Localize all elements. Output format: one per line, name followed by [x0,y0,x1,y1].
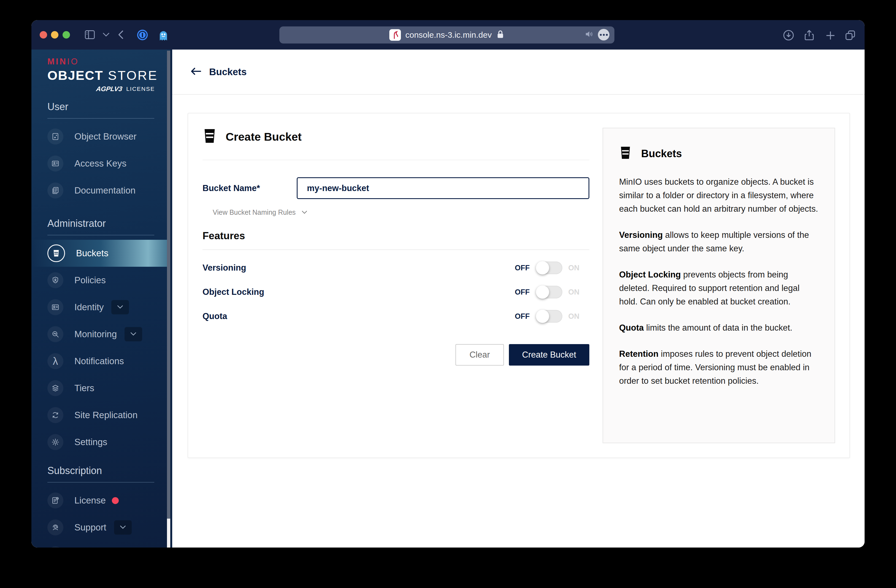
sidebar-item-license[interactable]: License [31,487,170,514]
sidebar-item-label: Object Browser [75,131,137,142]
naming-rules-label: View Bucket Naming Rules [213,208,296,216]
sidebar-item-access-keys[interactable]: Access Keys [31,150,170,177]
main-content: Buckets Create Bucket [172,50,865,547]
license-icon [47,492,63,509]
back-arrow-icon[interactable] [190,67,201,77]
minimize-window-button[interactable] [51,31,58,38]
chevron-down-icon[interactable] [114,520,132,535]
object-locking-row: Object Locking OFF ON [203,286,589,298]
create-bucket-button[interactable]: Create Bucket [509,344,589,366]
sidebar-item-label: Policies [75,275,106,286]
site-favicon [389,29,401,41]
sidebar-item-label: Monitoring [75,329,117,339]
sidebar-section-user: User [47,101,154,119]
scrollbar-track[interactable] [167,519,170,547]
page-more-options-button[interactable] [598,29,610,41]
downloads-icon[interactable] [782,29,795,41]
info-paragraph: Quota limits the amount of data in the b… [619,321,818,334]
sidebar-scrollbar[interactable] [167,50,170,547]
license-alert-dot [112,497,119,504]
bucket-icon [203,128,217,146]
scrollbar-thumb[interactable] [167,51,170,519]
quota-toggle[interactable] [536,310,562,323]
hidden-item-icon [47,547,63,547]
sidebar-item-monitoring[interactable]: Monitoring [31,321,170,348]
chevron-down-icon [301,208,308,216]
sidebar-item-label: Settings [75,437,107,447]
sidebar-item-buckets[interactable]: Buckets [31,240,170,267]
versioning-toggle[interactable] [536,261,562,274]
info-paragraph: Object Locking prevents objects from bei… [619,268,818,308]
back-icon[interactable] [116,29,127,40]
sidebar-item-label: Support [75,522,106,533]
sidebar-item-partial[interactable] [31,541,170,547]
browser-toolbar: console.ns-3.ic.min.dev [31,20,865,50]
onepassword-extension-icon[interactable] [137,29,148,41]
sidebar-item-policies[interactable]: Policies [31,267,170,294]
on-label: ON [568,312,580,321]
sidebar-item-label: Notifications [75,356,124,366]
sidebar: MINIO OBJECT STORE AGPLV3LICENSE User [31,50,172,547]
sidebar-item-label: Documentation [75,185,136,196]
sidebar-item-documentation[interactable]: Documentation [31,177,170,204]
page-title[interactable]: Buckets [209,66,247,77]
versioning-row: Versioning OFF ON [203,261,589,274]
off-label: OFF [515,288,530,296]
card-title: Create Bucket [226,131,302,143]
documentation-icon [47,182,63,199]
info-panel: Buckets MinIO uses buckets to organize o… [603,128,835,443]
info-paragraph: MinIO uses buckets to organize objects. … [619,175,818,216]
sidebar-item-label: Access Keys [75,158,126,169]
share-icon[interactable] [803,29,815,41]
sidebar-item-notifications[interactable]: λ Notifications [31,348,170,375]
chevron-down-icon[interactable] [125,327,142,341]
chevron-down-icon[interactable] [111,300,129,315]
bucket-icon [619,145,632,162]
chevron-down-icon[interactable] [102,32,110,38]
audio-mute-icon[interactable] [585,30,594,40]
sidebar-item-site-replication[interactable]: Site Replication [31,402,170,428]
gear-icon [47,434,63,450]
quota-label: Quota [203,311,515,321]
naming-rules-toggle[interactable]: View Bucket Naming Rules [213,208,589,216]
tab-overview-icon[interactable] [844,29,856,41]
page-header: Buckets [172,50,865,95]
tiers-icon [47,380,63,396]
bucket-name-input[interactable] [297,177,589,199]
object-locking-toggle[interactable] [536,286,562,298]
zoom-window-button[interactable] [62,31,70,38]
sidebar-item-label: Site Replication [75,410,137,420]
create-bucket-card: Create Bucket Bucket Name* View Bucket N… [187,113,850,458]
sidebar-item-object-browser[interactable]: Object Browser [31,123,170,150]
policies-icon [47,272,63,288]
info-paragraph: Versioning allows to keep multiple versi… [619,228,818,255]
sidebar-item-support[interactable]: Support [31,514,170,541]
browser-window: console.ns-3.ic.min.dev [31,20,865,547]
lock-icon [496,30,504,40]
sidebar-item-label: License [75,495,106,506]
card-header: Create Bucket [203,128,589,160]
on-label: ON [568,288,580,296]
sidebar-item-label: Buckets [76,248,108,258]
versioning-label: Versioning [203,263,515,273]
sidebar-item-tiers[interactable]: Tiers [31,375,170,402]
info-panel-title: Buckets [641,148,682,160]
quota-row: Quota OFF ON [203,310,589,323]
on-label: ON [568,264,580,272]
access-keys-icon [47,155,63,172]
ghostery-extension-icon[interactable] [158,29,169,41]
off-label: OFF [515,264,530,272]
features-title: Features [203,230,589,250]
url-bar[interactable]: console.ns-3.ic.min.dev [279,26,614,44]
close-window-button[interactable] [40,31,47,38]
sidebar-section-administrator: Administrator [47,218,154,236]
new-tab-icon[interactable] [825,30,836,41]
monitoring-icon [47,326,63,342]
sidebar-item-settings[interactable]: Settings [31,428,170,456]
identity-icon [47,299,63,315]
sidebar-toggle-icon[interactable] [84,29,96,40]
sidebar-item-label: Tiers [75,383,94,394]
clear-button[interactable]: Clear [456,344,504,366]
sidebar-item-identity[interactable]: Identity [31,294,170,321]
lambda-icon: λ [47,353,63,369]
